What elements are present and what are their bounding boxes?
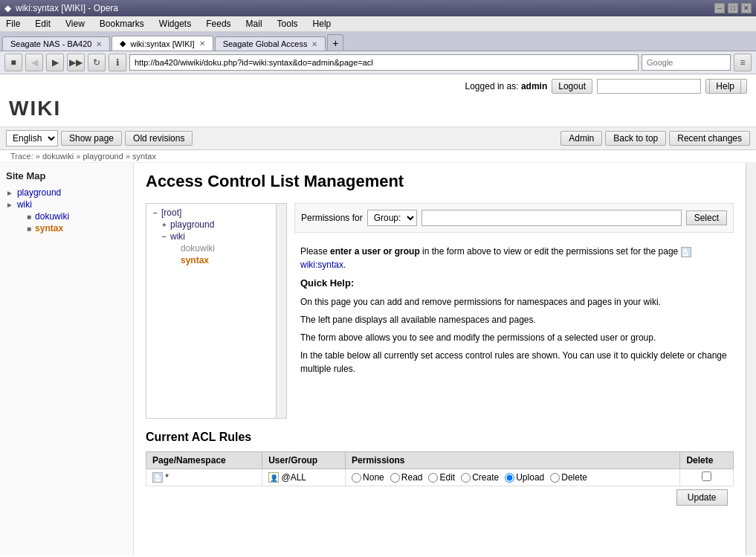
acl-pane: − [root] + playground − wiki	[146, 203, 734, 419]
delete-checkbox[interactable]	[702, 471, 711, 481]
admin-btn[interactable]: Admin	[560, 131, 602, 146]
perm-edit-radio[interactable]	[428, 473, 438, 483]
tab-close-icon[interactable]: ✕	[199, 39, 205, 48]
tree-node-syntax[interactable]: syntax	[149, 254, 283, 266]
sidebar-item-dokuwiki[interactable]: ■ dokuwiki	[16, 211, 127, 222]
nav-forward-btn[interactable]: ▶	[46, 54, 64, 71]
show-page-btn[interactable]: Show page	[61, 131, 122, 146]
update-row: Update	[146, 486, 734, 509]
perm-read-radio[interactable]	[390, 473, 400, 483]
acl-rules-title: Current ACL Rules	[146, 431, 734, 444]
address-bar[interactable]	[129, 54, 639, 71]
perm-upload-radio[interactable]	[505, 473, 514, 483]
recent-changes-btn[interactable]: Recent changes	[669, 131, 750, 146]
perm-none-label[interactable]: None	[352, 472, 384, 483]
tree-node-wiki[interactable]: − wiki	[149, 231, 283, 242]
help-btn[interactable]: Help	[709, 79, 741, 94]
nav-back-btn[interactable]: ◀	[25, 54, 43, 71]
perm-upload-label[interactable]: Upload	[505, 472, 544, 483]
logout-btn[interactable]: Logout	[552, 79, 592, 94]
tab-seagate-nas[interactable]: Seagate NAS - BA420 ✕	[2, 36, 110, 51]
menu-widgets[interactable]: Widgets	[156, 18, 194, 30]
perm-read-label[interactable]: Read	[390, 472, 423, 483]
old-revisions-btn[interactable]: Old revisions	[125, 131, 193, 146]
browser-search-input[interactable]	[642, 54, 731, 71]
sidebar-item-wiki[interactable]: ► wiki	[6, 199, 127, 210]
page-scrollbar[interactable]	[746, 163, 756, 556]
browser-title: wiki:syntax [WIKI] - Opera	[16, 3, 118, 13]
breadcrumb-playground[interactable]: playground	[83, 152, 123, 161]
wiki-logo: WIKI	[9, 97, 747, 120]
tab-close-icon[interactable]: ✕	[96, 40, 102, 48]
sidebar-title: Site Map	[6, 170, 127, 181]
menu-mail[interactable]: Mail	[243, 18, 265, 30]
permission-radio-group: None Read Edit Create Upload Delete	[352, 472, 673, 483]
tab-wiki-syntax[interactable]: ◆ wiki:syntax [WIKI] ✕	[112, 36, 213, 51]
table-row: 📄 * 👤 @ALL None Read	[146, 469, 734, 486]
quick-help-p1: On this page you can add and remove perm…	[300, 295, 728, 309]
close-btn[interactable]: ✕	[741, 3, 752, 13]
tree-node-dokuwiki[interactable]: dokuwiki	[149, 242, 283, 254]
expand-icon: −	[160, 233, 169, 241]
menu-file[interactable]: File	[3, 18, 23, 30]
cell-page: 📄 *	[146, 469, 262, 486]
sidebar: Site Map ► playground ► wiki	[0, 163, 134, 556]
sidebar-link-dokuwiki[interactable]: dokuwiki	[35, 211, 69, 222]
col-page-namespace: Page/Namespace	[146, 452, 262, 469]
cell-delete[interactable]	[680, 469, 734, 486]
menu-tools[interactable]: Tools	[274, 18, 301, 30]
tree-node-root[interactable]: − [root]	[149, 207, 283, 219]
group-user-input[interactable]	[421, 210, 682, 226]
main-layout: Site Map ► playground ► wiki	[0, 163, 756, 556]
bullet-icon: ►	[6, 201, 13, 209]
tab-close-icon[interactable]: ✕	[311, 40, 317, 48]
menu-help[interactable]: Help	[310, 18, 335, 30]
expand-icon: +	[160, 221, 169, 229]
permissions-for-label: Permissions for	[301, 213, 363, 223]
menu-feeds[interactable]: Feeds	[203, 18, 233, 30]
page-icon: 📄	[681, 247, 691, 257]
tree-scrollbar[interactable]	[276, 204, 286, 418]
nav-reload-btn[interactable]: ↻	[88, 54, 106, 71]
tab-seagate-global[interactable]: Seagate Global Access ✕	[215, 36, 326, 51]
search-input[interactable]	[597, 79, 701, 94]
perm-edit-label[interactable]: Edit	[428, 472, 455, 483]
breadcrumb-syntax[interactable]: syntax	[132, 152, 156, 161]
select-btn[interactable]: Select	[686, 210, 727, 225]
breadcrumb-dokuwiki[interactable]: dokuwiki	[42, 152, 74, 161]
nav-fastforward-btn[interactable]: ▶▶	[67, 54, 85, 71]
menu-view[interactable]: View	[62, 18, 88, 30]
add-tab-btn[interactable]: +	[327, 34, 343, 51]
permissions-top: Permissions for Group: User: Select	[294, 203, 734, 233]
nav-home-btn[interactable]: ■	[4, 54, 22, 71]
tree-node-playground[interactable]: + playground	[149, 219, 283, 231]
perm-create-label[interactable]: Create	[461, 472, 499, 483]
menu-edit[interactable]: Edit	[32, 18, 54, 30]
breadcrumb: Trace: » dokuwiki » playground » syntax	[0, 150, 756, 163]
perm-delete-label[interactable]: Delete	[550, 472, 587, 483]
sidebar-item-playground[interactable]: ► playground	[6, 187, 127, 198]
nav-extra-btn[interactable]: ≡	[734, 54, 752, 71]
sidebar-link-wiki[interactable]: wiki	[17, 199, 32, 210]
sidebar-tree: ► playground ► wiki ■ dokuwiki	[6, 187, 127, 234]
nav-info-btn[interactable]: ℹ	[109, 54, 126, 71]
bullet-icon: ■	[27, 225, 31, 233]
cell-permissions[interactable]: None Read Edit Create Upload Delete	[346, 469, 680, 486]
update-btn[interactable]: Update	[676, 489, 728, 506]
perm-none-radio[interactable]	[352, 473, 361, 483]
quick-help-p2: The left pane displays all available nam…	[300, 313, 728, 326]
sidebar-link-playground[interactable]: playground	[17, 187, 61, 198]
sidebar-item-syntax[interactable]: ■ syntax	[16, 223, 127, 234]
expand-icon	[170, 245, 179, 253]
quick-help-p3: The form above allows you to see and mod…	[300, 331, 728, 344]
perm-delete-radio[interactable]	[550, 473, 560, 483]
language-select[interactable]: English	[6, 130, 58, 147]
back-to-top-btn[interactable]: Back to top	[605, 131, 666, 146]
wiki-page-link[interactable]: wiki:syntax	[300, 260, 343, 270]
perm-create-radio[interactable]	[461, 473, 471, 483]
sidebar-link-syntax[interactable]: syntax	[35, 223, 63, 234]
minimize-btn[interactable]: –	[714, 3, 725, 13]
group-user-select[interactable]: Group: User:	[367, 210, 417, 226]
maximize-btn[interactable]: □	[728, 3, 738, 13]
menu-bookmarks[interactable]: Bookmarks	[97, 18, 147, 30]
